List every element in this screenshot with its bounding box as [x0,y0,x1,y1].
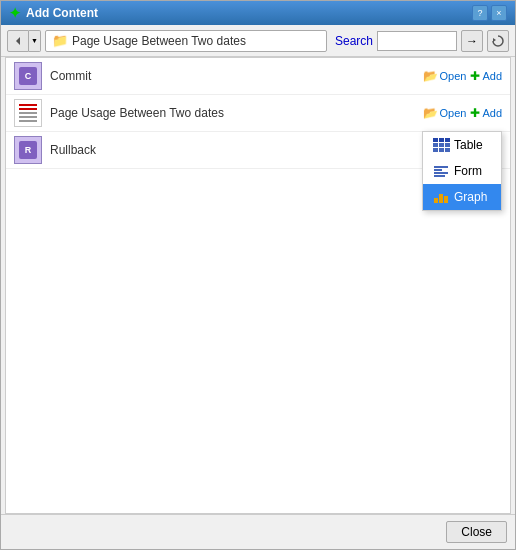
form-icon [433,163,449,179]
help-button[interactable]: ? [472,5,488,21]
title-bar-controls: ? × [472,5,507,21]
add-content-icon: ✦ [9,5,21,21]
commit-icon: C [19,67,37,85]
footer: Close [1,514,515,549]
title-bar-left: ✦ Add Content [9,5,98,21]
add-content-window: ✦ Add Content ? × ▼ 📁 Page Usage Between… [0,0,516,550]
breadcrumb: 📁 Page Usage Between Two dates [45,30,327,52]
svg-marker-1 [493,38,496,42]
add-plus-icon: ✚ [470,106,480,120]
dropdown-item-table[interactable]: Table [423,132,501,158]
search-label: Search [335,34,373,48]
table-icon [433,137,449,153]
item-icon-page [14,99,42,127]
content-area: C Commit 📂 Open ✚ Add [5,57,511,514]
open-folder-icon: 📂 [423,69,438,83]
open-link-commit[interactable]: 📂 Open [423,69,467,83]
graph-icon [433,189,449,205]
search-input[interactable] [377,31,457,51]
window-close-button[interactable]: × [491,5,507,21]
item-name: Page Usage Between Two dates [50,106,423,120]
item-actions: 📂 Open ✚ Add [423,69,503,83]
breadcrumb-text: Page Usage Between Two dates [72,34,246,48]
add-dropdown-menu: Table Form [422,131,502,211]
back-button-group: ▼ [7,30,41,52]
open-link-page[interactable]: 📂 Open [423,106,467,120]
open-folder-icon: 📂 [423,106,438,120]
item-actions: 📂 Open ✚ Add [423,106,503,120]
refresh-button[interactable] [487,30,509,52]
add-link-page[interactable]: ✚ Add [470,106,502,120]
back-dropdown-button[interactable]: ▼ [29,30,41,52]
dropdown-item-graph[interactable]: Graph [423,184,501,210]
go-button[interactable]: → [461,30,483,52]
list-item: C Commit 📂 Open ✚ Add [6,58,510,95]
page-lines-icon [19,104,37,122]
rollback-icon: R [19,141,37,159]
refresh-icon [491,34,505,48]
item-icon-rollback: R [14,136,42,164]
item-icon-commit: C [14,62,42,90]
item-name: Commit [50,69,423,83]
back-icon [12,35,24,47]
svg-marker-0 [16,37,20,45]
toolbar: ▼ 📁 Page Usage Between Two dates Search … [1,25,515,57]
close-button[interactable]: Close [446,521,507,543]
folder-icon: 📁 [52,33,68,48]
add-link-commit[interactable]: ✚ Add [470,69,502,83]
list-item: Page Usage Between Two dates 📂 Open ✚ Ad… [6,95,510,132]
window-title: Add Content [26,6,98,20]
item-name: Rullback [50,143,458,157]
add-plus-icon: ✚ [470,69,480,83]
title-bar: ✦ Add Content ? × [1,1,515,25]
back-button[interactable] [7,30,29,52]
dropdown-item-form[interactable]: Form [423,158,501,184]
